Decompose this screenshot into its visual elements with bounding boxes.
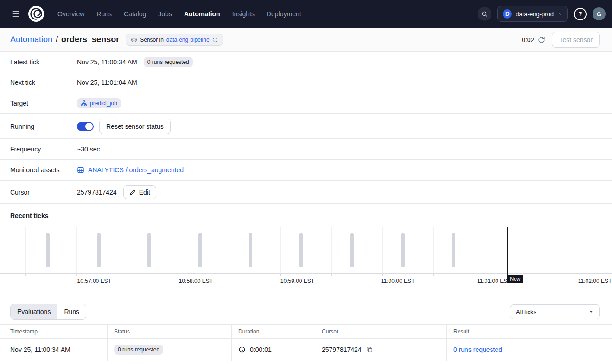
test-sensor-button[interactable]: Test sensor xyxy=(552,32,600,48)
sensor-type-badge: Sensor in data-eng-pipeline xyxy=(126,34,223,46)
pencil-icon xyxy=(129,189,136,195)
monitored-assets-row: Monitored assets ANALYTICS / orders_augm… xyxy=(0,160,612,181)
code-location-link[interactable]: data-eng-pipeline xyxy=(166,37,210,43)
evaluations-table: Timestamp Status Duration Cursor Result … xyxy=(0,324,612,361)
tab-runs[interactable]: Runs xyxy=(57,304,86,319)
nav-item-automation[interactable]: Automation xyxy=(184,10,220,18)
main-nav: Overview Runs Catalog Jobs Automation In… xyxy=(57,10,301,18)
next-tick-label: Next tick xyxy=(10,79,77,86)
timeline-axis-label: 11:02:00 EST xyxy=(578,278,612,284)
frequency-row: Frequency ~30 sec xyxy=(0,139,612,160)
select-caret-icon xyxy=(588,309,594,314)
sensor-tick-bar[interactable] xyxy=(198,233,202,267)
latest-tick-row: Latest tick Nov 25, 11:00:34 AM 0 runs r… xyxy=(0,52,612,72)
next-tick-value: Nov 25, 11:01:04 AM xyxy=(77,79,137,86)
nav-right-cluster: D data-eng-prod ? G xyxy=(478,6,606,22)
sensor-tick-bar[interactable] xyxy=(401,233,405,267)
tab-evaluations[interactable]: Evaluations xyxy=(11,304,57,319)
running-toggle[interactable] xyxy=(77,122,94,131)
now-marker-tag: Now xyxy=(507,275,523,283)
nav-item-catalog[interactable]: Catalog xyxy=(124,10,146,18)
evaluation-duration: 0:00:01 xyxy=(232,339,315,361)
breadcrumb-separator: / xyxy=(56,35,58,44)
latest-tick-status-badge: 0 runs requested xyxy=(144,57,193,67)
monitored-asset-name: ANALYTICS / orders_augmented xyxy=(88,166,184,174)
column-header-duration: Duration xyxy=(232,325,315,339)
evaluation-row: Nov 25, 11:00:34 AM0 runs requested0:00:… xyxy=(0,339,612,361)
sensor-in-label: Sensor in xyxy=(140,37,164,43)
evaluations-runs-tabs: Evaluations Runs xyxy=(10,304,86,320)
dagster-logo[interactable] xyxy=(28,6,45,22)
timeline-axis-label: 10:59:00 EST xyxy=(280,278,314,284)
deployment-switcher[interactable]: D data-eng-prod xyxy=(497,6,568,22)
sensor-tick-bar[interactable] xyxy=(350,233,354,267)
nav-item-deployment[interactable]: Deployment xyxy=(267,10,301,18)
running-row: Running Reset sensor status xyxy=(0,114,612,139)
cursor-value: 25797817424 xyxy=(77,188,117,196)
cursor-row: Cursor 25797817424 Edit xyxy=(0,181,612,204)
latest-tick-label: Latest tick xyxy=(10,58,77,66)
nav-item-runs[interactable]: Runs xyxy=(96,10,112,18)
sensor-tick-bar[interactable] xyxy=(46,233,50,267)
help-button[interactable]: ? xyxy=(574,8,586,20)
sensor-tick-bar[interactable] xyxy=(97,233,101,267)
frequency-value: ~30 sec xyxy=(77,145,100,153)
tick-timeline: 10:57:00 EST10:58:00 EST10:59:00 EST11:0… xyxy=(0,227,612,286)
sensor-icon xyxy=(131,37,137,43)
reload-location-icon[interactable] xyxy=(212,37,218,43)
recent-ticks-header: Recent ticks xyxy=(0,204,612,227)
timeline-axis-label: 11:00:00 EST xyxy=(381,278,415,284)
deployment-name: data-eng-prod xyxy=(516,11,554,18)
job-icon xyxy=(81,100,87,107)
evaluation-result-link[interactable]: 0 runs requested xyxy=(447,339,612,361)
sensor-tick-bar[interactable] xyxy=(249,233,252,267)
monitored-assets-label: Monitored assets xyxy=(10,166,77,174)
copy-icon[interactable] xyxy=(366,346,373,353)
next-tick-row: Next tick Nov 25, 11:01:04 AM xyxy=(0,72,612,93)
edit-cursor-label: Edit xyxy=(139,188,150,196)
countdown-refresh-icon[interactable] xyxy=(538,36,545,44)
nav-item-overview[interactable]: Overview xyxy=(57,10,84,18)
sensor-details: Latest tick Nov 25, 11:00:34 AM 0 runs r… xyxy=(0,52,612,204)
evaluations-toolbar: Evaluations Runs All ticks xyxy=(0,299,612,324)
now-marker-line xyxy=(507,227,508,276)
timeline-axis-label: 11:01:00 EST xyxy=(477,278,511,284)
evaluation-cursor: 25797817424 xyxy=(315,339,447,361)
monitored-asset-link[interactable]: ANALYTICS / orders_augmented xyxy=(77,166,184,174)
user-avatar[interactable]: G xyxy=(593,7,606,20)
search-icon xyxy=(481,11,488,17)
breadcrumb-automation-link[interactable]: Automation xyxy=(10,35,52,44)
clock-icon xyxy=(238,346,246,353)
tick-filter-value: All ticks xyxy=(516,308,536,315)
page-title: orders_sensor xyxy=(61,35,119,44)
column-header-result: Result xyxy=(447,325,612,339)
column-header-timestamp: Timestamp xyxy=(0,325,108,339)
tick-filter-select[interactable]: All ticks xyxy=(510,304,600,319)
sensor-tick-bar[interactable] xyxy=(452,233,455,267)
target-job-badge[interactable]: predict_job xyxy=(77,98,121,108)
evaluations-section: Evaluations Runs All ticks Timestamp Sta… xyxy=(0,299,612,361)
nav-item-jobs[interactable]: Jobs xyxy=(158,10,172,18)
countdown-value: 0:02 xyxy=(522,36,534,44)
nav-item-insights[interactable]: Insights xyxy=(232,10,255,18)
tick-strip xyxy=(0,227,612,273)
sensor-tick-bar[interactable] xyxy=(299,233,303,267)
deployment-initial-badge: D xyxy=(503,9,512,19)
top-nav: Overview Runs Catalog Jobs Automation In… xyxy=(0,0,612,28)
frequency-label: Frequency xyxy=(10,145,77,153)
column-header-status: Status xyxy=(108,325,232,339)
search-button[interactable] xyxy=(478,7,491,21)
evaluations-table-body: Nov 25, 11:00:34 AM0 runs requested0:00:… xyxy=(0,339,612,361)
sensor-tick-bar[interactable] xyxy=(147,233,151,267)
edit-cursor-button[interactable]: Edit xyxy=(123,185,156,199)
next-tick-countdown: 0:02 xyxy=(522,36,545,44)
target-row: Target predict_job xyxy=(0,93,612,114)
target-job-name: predict_job xyxy=(90,100,117,107)
chevron-down-icon xyxy=(557,11,563,17)
reset-sensor-status-button[interactable]: Reset sensor status xyxy=(99,119,171,134)
toggle-knob xyxy=(85,123,93,130)
column-header-cursor: Cursor xyxy=(315,325,447,339)
hamburger-menu-button[interactable] xyxy=(8,6,23,21)
evaluations-table-header: Timestamp Status Duration Cursor Result xyxy=(0,325,612,339)
status-badge: 0 runs requested xyxy=(114,345,163,355)
